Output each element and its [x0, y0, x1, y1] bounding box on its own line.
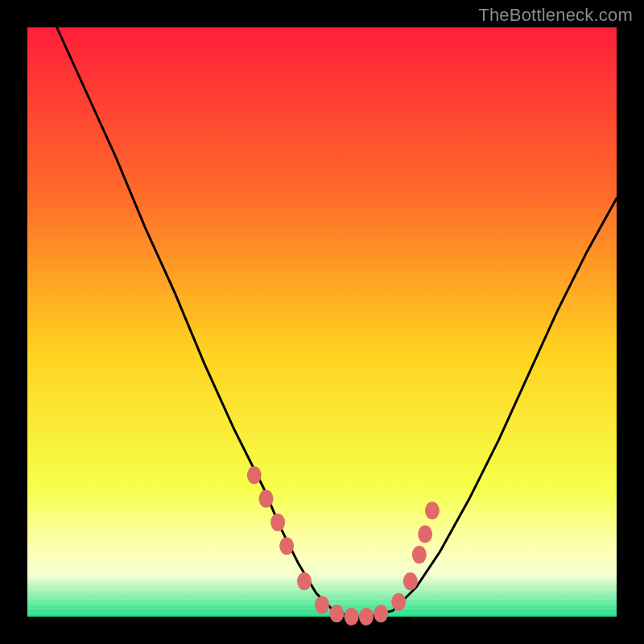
watermark-label: TheBottleneck.com	[478, 5, 633, 26]
curve-marker	[270, 514, 285, 531]
curve-marker	[329, 605, 344, 622]
gradient-panel	[27, 27, 617, 617]
curve-marker	[425, 502, 440, 519]
curve-marker	[259, 490, 274, 508]
curve-marker	[297, 572, 312, 590]
curve-marker	[391, 593, 406, 611]
curve-marker	[374, 605, 388, 622]
curve-marker	[418, 526, 432, 543]
curve-marker	[315, 596, 329, 613]
chart-stage: TheBottleneck.com	[0, 0, 644, 644]
curve-marker	[247, 466, 262, 484]
curve-marker	[279, 537, 294, 555]
bottleneck-chart	[0, 0, 644, 644]
curve-marker	[345, 608, 359, 625]
curve-marker	[412, 546, 427, 564]
curve-marker	[403, 572, 418, 590]
curve-marker	[359, 608, 374, 625]
